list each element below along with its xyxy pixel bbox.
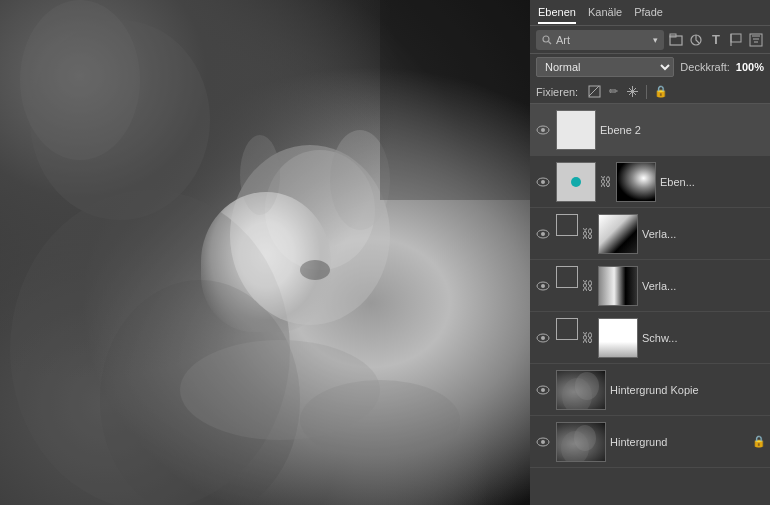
teal-dot-indicator [571,177,581,187]
layer-visibility-toggle[interactable] [534,433,552,451]
svg-rect-23 [589,86,600,97]
type-icon[interactable]: T [708,32,724,48]
svg-point-11 [300,380,460,460]
layer-small-square [556,318,578,340]
chain-link-icon: ⛓ [598,162,614,202]
adjustment-icon[interactable] [688,32,704,48]
layer-mask-thumbnail [616,162,656,202]
chain-link-icon: ⛓ [580,214,596,254]
tab-pfade[interactable]: Pfade [634,2,663,24]
layer-hintergrund[interactable]: Hintergrund 🔒 [530,416,770,468]
layer-thumbnail [556,110,596,150]
layer-thumbnail-area [556,422,606,462]
layer-thumbnail [556,422,606,462]
layer-thumbnail-area: ⛓ [556,318,638,358]
fix-lock-icon[interactable]: 🔒 [654,85,668,99]
new-group-icon[interactable] [668,32,684,48]
layers-panel: Ebenen Kanäle Pfade Art ▾ T [530,0,770,505]
photo-overlay [0,0,530,505]
layer-thumbnail [598,318,638,358]
layer-name: Schw... [642,332,766,344]
layer-name: Hintergrund [610,436,748,448]
blend-mode-select[interactable]: Normal [536,57,674,77]
layer-ebene2[interactable]: Ebene 2 [530,104,770,156]
search-dropdown-arrow[interactable]: ▾ [653,35,658,45]
layer-verla2[interactable]: ⛓ Verla... [530,260,770,312]
layer-name: Ebene 2 [600,124,766,136]
layer-search-box[interactable]: Art ▾ [536,30,664,50]
panel-tabs: Ebenen Kanäle Pfade [530,0,770,26]
svg-point-1 [20,0,140,160]
filter-icon[interactable] [748,32,764,48]
fix-move-icon[interactable] [625,85,639,99]
flag-icon[interactable] [728,32,744,48]
layer-thumbnail [598,214,638,254]
layer-visibility-toggle[interactable] [534,173,552,191]
layer-name: Eben... [660,176,766,188]
opacity-label: Deckkraft: [680,61,730,73]
layer-small-square [556,214,578,236]
fixieren-row: Fixieren: ✏ 🔒 [530,80,770,104]
layer-content-thumbnail [556,162,596,202]
svg-rect-9 [380,0,530,200]
layer-visibility-toggle[interactable] [534,381,552,399]
layer-name: Verla... [642,280,766,292]
layer-visibility-toggle[interactable] [534,329,552,347]
layer-thumbnail-area: ⛓ [556,266,638,306]
fix-paint-icon[interactable]: ✏ [606,85,620,99]
layer-thumbnail-area [556,110,596,150]
chain-link-icon: ⛓ [580,318,596,358]
svg-point-40 [541,440,545,444]
svg-line-24 [589,86,599,96]
svg-point-32 [541,284,545,288]
svg-point-34 [541,336,545,340]
layer-small-square [556,266,578,288]
layer-thumbnail-area: ⛓ [556,162,656,202]
svg-point-36 [541,388,545,392]
fix-divider [646,85,647,99]
photo-background [0,0,530,505]
layer-schw[interactable]: ⛓ Schw... [530,312,770,364]
search-icon [542,35,552,45]
layer-name: Verla... [642,228,766,240]
layer-thumbnail-area: ⛓ [556,214,638,254]
layer-hintergrund-kopie[interactable]: Hintergrund Kopie [530,364,770,416]
photo-canvas [0,0,530,505]
chain-link-icon: ⛓ [580,266,596,306]
svg-point-38 [575,372,599,400]
layer-thumbnail-area [556,370,606,410]
svg-point-42 [574,425,596,451]
search-text: Art [556,34,653,46]
tab-kanale[interactable]: Kanäle [588,2,622,24]
fix-transparent-icon[interactable] [587,85,601,99]
svg-line-13 [549,41,552,44]
layer-search-row: Art ▾ T [530,26,770,54]
svg-point-12 [543,36,549,42]
svg-point-28 [541,180,545,184]
layer-name: Hintergrund Kopie [610,384,766,396]
opacity-value[interactable]: 100% [736,61,764,73]
svg-point-30 [541,232,545,236]
layer-visibility-toggle[interactable] [534,277,552,295]
layer-thumbnail [556,370,606,410]
layer-lock-icon: 🔒 [752,435,766,448]
layers-list: Ebene 2 ⛓ Eben... [530,104,770,505]
svg-point-8 [300,260,330,280]
layer-eben-mask[interactable]: ⛓ Eben... [530,156,770,208]
layer-visibility-toggle[interactable] [534,225,552,243]
svg-point-7 [240,135,280,215]
layer-visibility-toggle[interactable] [534,121,552,139]
layer-thumbnail [598,266,638,306]
blend-mode-row: Normal Deckkraft: 100% [530,54,770,80]
tab-ebenen[interactable]: Ebenen [538,2,576,24]
layer-verla1[interactable]: ⛓ Verla... [530,208,770,260]
svg-point-26 [541,128,545,132]
fixieren-label: Fixieren: [536,86,578,98]
svg-rect-17 [731,34,741,42]
